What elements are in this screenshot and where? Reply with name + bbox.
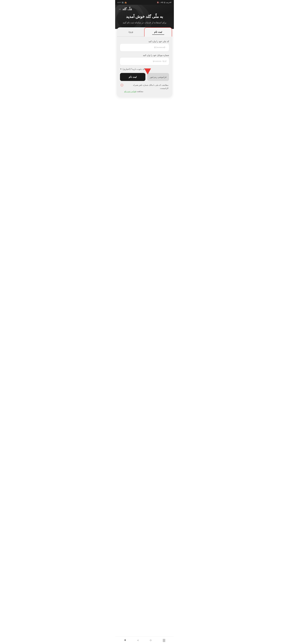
tabs-container: ثبت نام ورود <box>117 28 172 36</box>
rules-line: مشاهده قوانین ثبت نام <box>124 90 143 93</box>
info-main-text: مطابقت کد ملی با مالک شماره تلفن همراه ا… <box>124 84 168 90</box>
time-display: ۸:۱۲ <box>118 2 121 4</box>
top-nav: مَلّے گلد → <box>118 7 171 11</box>
bag-icon: 👜 <box>125 2 127 4</box>
tab-login[interactable]: ورود <box>117 28 144 36</box>
logo-arrow: → <box>118 7 121 11</box>
network-icon: 4G↑↓ <box>160 2 163 3</box>
register-button[interactable]: ثبت نام <box>120 73 145 81</box>
phone-input[interactable] <box>120 58 169 65</box>
header-title: به ملّی گلد خوش آمدید <box>118 14 171 19</box>
status-left: ۸۴درصد ||| 4G↑↓ 🔇 <box>157 2 171 4</box>
status-right: 👜 📷 ۸:۱۲ <box>118 2 127 4</box>
status-bar: ۸۴درصد ||| 4G↑↓ 🔇 👜 📷 ۸:۱۲ <box>115 0 174 5</box>
dots-decoration <box>118 8 133 20</box>
rules-link[interactable]: قوانین ثبت نام <box>124 90 136 92</box>
form-area: کد ملی خود را وارد کنید شماره موبایل خود… <box>117 40 172 93</box>
tab-login-label: ورود <box>128 30 133 33</box>
invite-code-label: کد دعوت دارید؟ (اختیاری) <box>123 68 145 70</box>
logo-text: مَلّے گلد <box>122 7 132 11</box>
info-icon: i <box>121 84 123 86</box>
bottom-space <box>115 100 174 112</box>
app-header: مَلّے گلد → به ملّی گلد خوش آمدید برای ا… <box>115 5 174 29</box>
battery-percent: ۸۴درصد <box>166 2 171 4</box>
header-subtitle: برای استفاده از خدمات در سامانه ثبت نام … <box>118 21 171 24</box>
chevron-down-icon: ▼ <box>120 68 122 70</box>
national-id-label: کد ملی خود را وارد کنید <box>120 40 169 42</box>
phone-label: شماره موبایل خود را وارد کنید <box>120 54 169 56</box>
main-card: ثبت نام ورود کد ملی خود را وارد کنید شما… <box>117 28 172 96</box>
national-id-input[interactable] <box>120 44 169 51</box>
info-text-block: مطابقت کد ملی با مالک شماره تلفن همراه ا… <box>124 84 168 93</box>
info-notice: مطابقت کد ملی با مالک شماره تلفن همراه ا… <box>120 84 169 93</box>
tab-register-label: ثبت نام <box>154 30 162 34</box>
tab-register[interactable]: ثبت نام <box>144 28 172 36</box>
signal-icon: ||| <box>164 2 165 3</box>
app-logo: مَلّے گلد → <box>118 7 132 11</box>
buttons-wrapper: ثبت نام فراموشی رمزعبور <box>120 73 169 81</box>
camera-icon: 📷 <box>122 2 124 4</box>
red-arrow-annotation <box>144 68 151 74</box>
mute-icon: 🔇 <box>157 2 159 4</box>
